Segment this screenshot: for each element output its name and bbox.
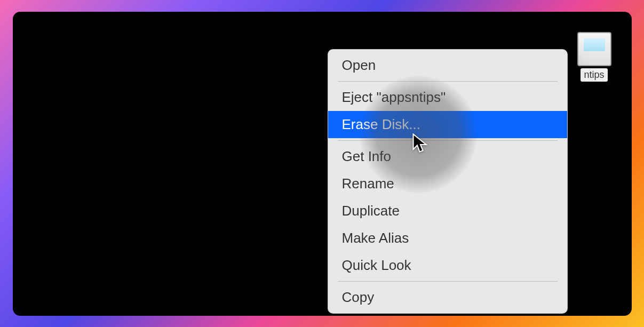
disk-item[interactable]: ntips xyxy=(573,32,616,82)
menu-item-eject[interactable]: Eject "appsntips" xyxy=(328,84,567,111)
menu-item-make-alias[interactable]: Make Alias xyxy=(328,225,567,252)
disk-label: ntips xyxy=(581,68,607,82)
menu-item-get-info[interactable]: Get Info xyxy=(328,143,567,170)
menu-item-copy[interactable]: Copy xyxy=(328,284,567,311)
context-menu: Open Eject "appsntips" Erase Disk... Get… xyxy=(328,49,568,314)
menu-separator xyxy=(338,81,558,82)
menu-item-open[interactable]: Open xyxy=(328,52,567,79)
menu-item-duplicate[interactable]: Duplicate xyxy=(328,197,567,225)
menu-item-erase-disk[interactable]: Erase Disk... xyxy=(328,111,567,138)
menu-separator xyxy=(338,281,558,282)
menu-separator xyxy=(338,140,558,141)
desktop: ntips Open Eject "appsntips" Erase Disk.… xyxy=(13,12,632,316)
disk-icon xyxy=(577,32,611,66)
menu-item-rename[interactable]: Rename xyxy=(328,170,567,197)
menu-item-quick-look[interactable]: Quick Look xyxy=(328,252,567,279)
